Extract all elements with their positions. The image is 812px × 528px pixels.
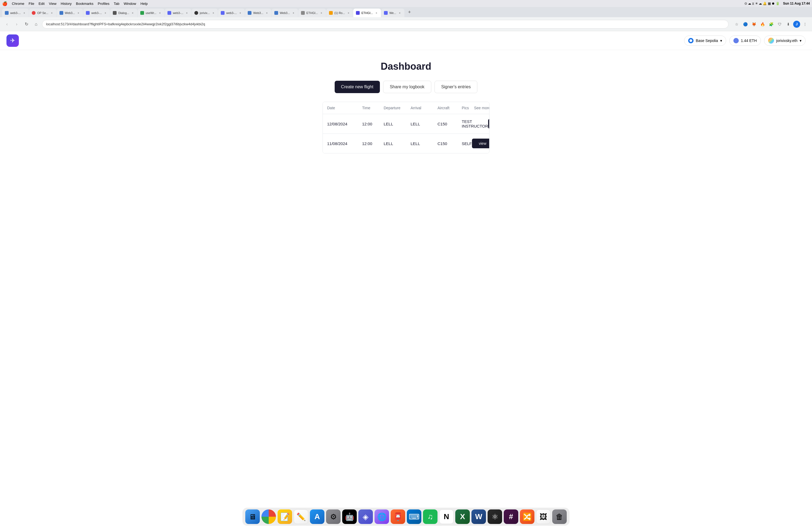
- col-time: Time: [362, 106, 384, 110]
- row2-time: 12:00: [362, 141, 384, 146]
- menu-view[interactable]: View: [49, 2, 57, 6]
- menu-file[interactable]: File: [29, 2, 34, 6]
- tab-6[interactable]: useWr... ×: [137, 9, 164, 17]
- row1-departure: LELL: [384, 122, 406, 126]
- menu-tab[interactable]: Tab: [114, 2, 119, 6]
- apple-menu[interactable]: 🍎: [2, 1, 8, 6]
- row2-date: 11/08/2024: [327, 141, 362, 146]
- tab-4[interactable]: web3-... ×: [83, 9, 110, 17]
- table-row: 11/08/2024 12:00 LELL LELL C150 SELF vie…: [323, 134, 406, 153]
- new-tab-button[interactable]: +: [406, 8, 406, 16]
- row1-date: 12/08/2024: [327, 122, 362, 126]
- back-button[interactable]: ‹: [3, 20, 11, 28]
- tab-14-active[interactable]: ETHGI... ×: [353, 9, 381, 17]
- table-row: 12/08/2024 12:00 LELL LELL C150 TEST INS…: [323, 114, 406, 134]
- tab-8[interactable]: jorivix... ×: [192, 9, 218, 17]
- url-bar[interactable]: localhost:5173/#/dashboard?flightIPFS=ba…: [42, 20, 406, 29]
- col-departure: Departure: [384, 106, 406, 110]
- menu-help[interactable]: Help: [141, 2, 148, 6]
- tab-bar: web3-... × OP Se... × Web3... × web3-...…: [0, 7, 406, 17]
- browser-window: web3-... × OP Se... × Web3... × web3-...…: [0, 7, 406, 264]
- tab-15[interactable]: We... ×: [381, 9, 404, 17]
- app-logo[interactable]: ✈: [6, 34, 19, 47]
- app-content: ✈ Base Sepolia ▾ 1.44 ETH jorivixsky.eth: [0, 31, 406, 264]
- dashboard-main: Dashboard Create new flight Share my log…: [0, 50, 406, 264]
- col-date: Date: [327, 106, 362, 110]
- dashboard-title: Dashboard: [381, 61, 406, 72]
- tab-10[interactable]: Web3... ×: [245, 9, 271, 17]
- menu-profiles[interactable]: Profiles: [98, 2, 109, 6]
- tab-1[interactable]: web3-... ×: [2, 9, 29, 17]
- tab-13[interactable]: (1) Ro... ×: [326, 9, 353, 17]
- table-header: Date Time Departure Arrival Aircraft Pic…: [323, 102, 406, 114]
- address-bar: ‹ › ↻ ⌂ localhost:5173/#/dashboard?fligh…: [0, 17, 406, 31]
- create-flight-button[interactable]: Create new flight: [335, 81, 380, 93]
- app-header: ✈ Base Sepolia ▾ 1.44 ETH jorivixsky.eth: [0, 31, 406, 50]
- tab-7[interactable]: web3-... ×: [165, 9, 191, 17]
- action-buttons: Create new flight Share my logbook Signe…: [335, 81, 406, 93]
- tab-5[interactable]: Dialog... ×: [110, 9, 137, 17]
- row1-time: 12:00: [362, 122, 384, 126]
- row2-departure: LELL: [384, 141, 406, 146]
- menu-bookmarks[interactable]: Bookmarks: [76, 2, 93, 6]
- tab-2[interactable]: OP Se... ×: [29, 9, 56, 17]
- share-logbook-button[interactable]: Share my logbook: [383, 81, 406, 93]
- tab-3[interactable]: Web3... ×: [57, 9, 83, 17]
- tab-12[interactable]: ETHGI... ×: [298, 9, 326, 17]
- tab-11[interactable]: Web3... ×: [272, 9, 298, 17]
- reload-button[interactable]: ↻: [23, 20, 30, 28]
- menu-bar: 🍎 Chrome File Edit View History Bookmark…: [0, 0, 406, 7]
- forward-button[interactable]: ›: [13, 20, 20, 28]
- menu-edit[interactable]: Edit: [39, 2, 44, 6]
- menu-chrome[interactable]: Chrome: [12, 2, 24, 6]
- home-button[interactable]: ⌂: [32, 20, 40, 28]
- menu-history[interactable]: History: [61, 2, 72, 6]
- flight-table: Date Time Departure Arrival Aircraft Pic…: [322, 102, 406, 153]
- tab-9[interactable]: web3-... ×: [218, 9, 245, 17]
- menu-window[interactable]: Window: [124, 2, 136, 6]
